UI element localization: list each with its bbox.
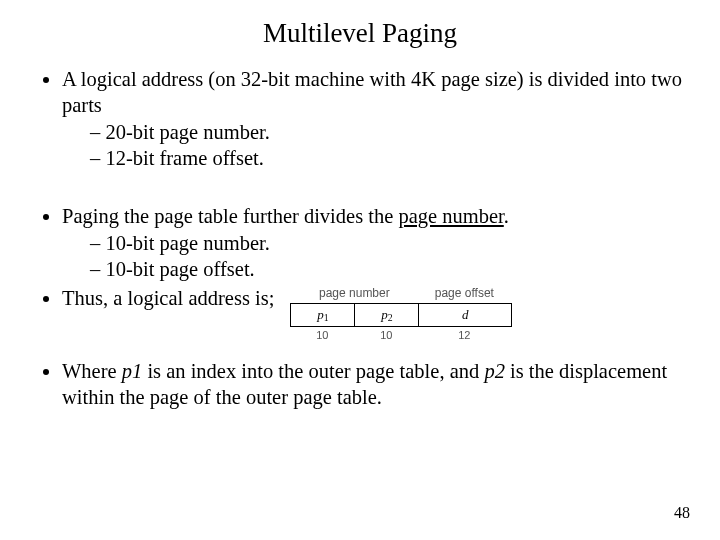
page-number: 48	[674, 504, 690, 522]
bullet-1-sub-2: 12-bit frame offset.	[90, 146, 690, 172]
bullet-2-sub-1: 10-bit page number.	[90, 231, 690, 257]
bullet-4-p1: p1	[122, 360, 143, 382]
bullet-1-text: A logical address (on 32-bit machine wit…	[62, 68, 682, 116]
slide-title: Multilevel Paging	[30, 18, 690, 49]
fig-width-2: 10	[354, 329, 418, 343]
bullet-2-text-b: .	[504, 205, 509, 227]
fig-cell-d: d	[419, 304, 511, 326]
bullet-4-b: is an index into the outer page table, a…	[142, 360, 484, 382]
bullet-4-a: Where	[62, 360, 122, 382]
bullet-3: Thus, a logical address is; page number …	[62, 286, 690, 343]
bullet-2-sub-2: 10-bit page offset.	[90, 257, 690, 283]
address-figure: page number page offset p1 p2 d 10 10 12	[290, 286, 512, 343]
bullet-2-text-a: Paging the page table further divides th…	[62, 205, 398, 227]
fig-head-page-offset: page offset	[418, 286, 510, 301]
bullet-2-underlined: page number	[398, 205, 503, 227]
fig-cell-p1: p1	[291, 304, 355, 326]
bullet-1: A logical address (on 32-bit machine wit…	[62, 67, 690, 172]
bullet-2: Paging the page table further divides th…	[62, 204, 690, 283]
bullet-4: Where p1 is an index into the outer page…	[62, 359, 690, 410]
bullet-3-text: Thus, a logical address is;	[62, 286, 274, 312]
bullet-1-sub-1: 20-bit page number.	[90, 120, 690, 146]
bullet-4-p2: p2	[484, 360, 505, 382]
fig-width-3: 12	[418, 329, 510, 343]
fig-head-page-number: page number	[290, 286, 418, 301]
fig-width-1: 10	[290, 329, 354, 343]
fig-cell-p2: p2	[355, 304, 419, 326]
